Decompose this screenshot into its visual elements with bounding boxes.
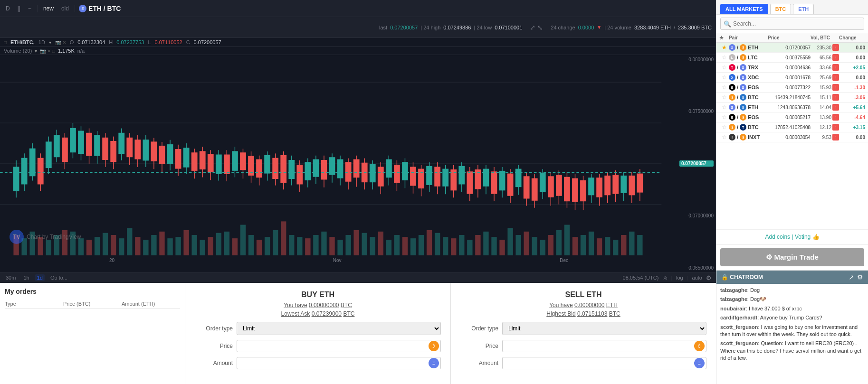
pair-cell-6: Ξ / $ ETH [729,104,768,111]
svg-rect-223 [564,177,570,201]
svg-rect-24 [175,237,181,255]
vol-badge-2: ↑ [832,64,839,71]
search-input[interactable] [720,18,864,30]
svg-rect-211 [491,172,496,194]
vol-cell-4: 15.93 ↑ [811,84,839,91]
last-price: 0.07200057 [390,25,418,30]
market-row[interactable]: ☆ T / Ξ TRX 0.00004636 33.66 ↑ +2.05 [716,63,868,73]
svg-rect-123 [370,164,375,182]
vol-badge-7: ↑ [832,114,839,121]
market-rows-container: ★ Ξ / ₿ ETH 0.07200057 235.30 ↑ 0.00 ☆ L… [716,43,868,142]
vol-cell-0: 235.30 ↑ [811,44,839,51]
svg-rect-62 [483,232,488,255]
star-button-8[interactable]: ☆ [719,124,729,131]
star-button-2[interactable]: ☆ [719,64,729,71]
timeframe-30m[interactable]: 30m [4,274,18,281]
add-coins-link[interactable]: Add coins | Voting 👍 [765,234,819,240]
star-button-3[interactable]: ☆ [719,74,729,81]
market-row[interactable]: ☆ E / Ξ EOS 0.00077322 15.93 ↑ -1.30 [716,83,868,93]
watermark-logo: TV [10,230,24,244]
svg-rect-71 [556,230,562,255]
buy-have-info: You have 0.00000000 BTC [195,302,441,309]
tab-eth[interactable]: ETH [793,4,814,14]
market-row[interactable]: ☆ L / ₿ LTC 0.00375559 65.56 ↑ 0.00 [716,53,868,63]
sell-order-type-select[interactable]: Limit Market Stop-Limit [502,322,706,335]
svg-rect-155 [111,141,116,162]
svg-rect-69 [540,240,545,255]
buy-price-input[interactable] [237,340,441,352]
low-label: | 24 low [474,25,492,30]
star-button-6[interactable]: ☆ [719,104,729,111]
chart-watermark: TV Chart by TradingView [10,230,81,244]
auto-button[interactable]: auto [692,275,702,281]
market-row[interactable]: ☆ I / ₿ INXT 0.00003054 9.53 ↑ 0.00 [716,132,868,142]
sell-amount-row: Amount Ξ [460,357,706,369]
svg-rect-79 [621,235,626,255]
star-button-1[interactable]: ☆ [719,54,729,61]
star-button-5[interactable]: ☆ [719,94,729,101]
svg-rect-143 [589,178,594,195]
star-button-7[interactable]: ☆ [719,114,729,121]
old-button[interactable]: old [59,4,71,13]
market-row[interactable]: ☆ Ξ / $ ETH 1248.80636378 14.04 ↑ +5.64 [716,103,868,112]
buy-amount-eth-icon: Ξ [429,358,439,368]
chart-timestamp: 08:05:54 (UTC) [623,275,659,281]
market-row[interactable]: ☆ E / ₿ EOS 0.00005217 13.90 ↑ -4.64 [716,112,868,122]
svg-rect-171 [208,154,213,172]
svg-rect-137 [499,171,505,190]
svg-rect-32 [240,225,246,255]
svg-rect-153 [103,138,108,159]
svg-rect-46 [353,230,359,255]
svg-rect-163 [159,146,164,164]
buy-order-type-select[interactable]: Limit Market Stop-Limit [237,322,441,335]
svg-rect-20 [143,240,148,255]
tab-btc[interactable]: BTC [770,4,792,14]
goto-button[interactable]: Go to... [48,274,69,281]
chart-settings-button[interactable]: ⚙ [706,274,712,281]
expand-btn-1[interactable]: ⤢ [530,24,535,31]
market-row[interactable]: ☆ ₿ / $ BTC 16439.21840745 15.11 ↑ -3.06 [716,93,868,103]
ohlc-pair: ETH/BTC, [10,39,35,45]
timeframe-1d[interactable]: 1d [35,274,45,281]
coin-icon-TUSD: T [740,124,746,131]
star-button-9[interactable]: ☆ [719,134,729,140]
date-dec: Dec [560,258,568,263]
timeframe-1h[interactable]: 1h [21,274,31,281]
wave-button[interactable]: ~ [26,4,33,13]
sell-amount-input[interactable] [502,357,706,369]
price-cell-9: 0.00003054 [768,135,811,140]
new-button[interactable]: new [41,4,56,13]
buy-order-type-row: Order type Limit Market Stop-Limit [195,322,441,335]
star-button-4[interactable]: ☆ [719,84,729,91]
svg-rect-83 [13,167,19,191]
chart-canvas[interactable]: 0.08000000 0.07500000 0.07200057 0.07000… [0,55,715,272]
tab-all-markets[interactable]: ALL MARKETS [720,4,768,14]
sell-price-input[interactable] [502,340,706,352]
vol-badge-5: ↑ [832,94,839,101]
orders-header: Type Price (BTC) Amount (ETH) [5,299,180,309]
coin-icon-USDC: $ [740,104,746,111]
pct-button[interactable]: % [662,275,667,281]
svg-rect-161 [151,142,156,161]
svg-rect-30 [224,232,229,255]
margin-trade-button[interactable]: ⚙ Margin Trade [720,248,864,266]
svg-rect-44 [337,240,343,255]
chat-user: scott_ferguson [720,340,758,346]
sell-order-type-label: Order type [460,325,498,332]
svg-rect-197 [394,165,400,183]
buy-amount-row: Amount Ξ [195,357,441,369]
svg-rect-35 [265,237,270,255]
buy-amount-input[interactable] [237,357,441,369]
market-row[interactable]: ☆ ₿ / T BTC 17852.41025408 12.12 ↑ +3.15 [716,122,868,132]
chatroom-settings-btn[interactable]: ⚙ [857,273,863,281]
vol-cell-8: 12.12 ↑ [811,124,839,131]
log-button[interactable]: log [676,275,683,281]
market-row[interactable]: ★ Ξ / ₿ ETH 0.07200057 235.30 ↑ 0.00 [716,43,868,53]
candle-button[interactable]: || [16,4,22,13]
svg-rect-231 [605,176,610,195]
market-row[interactable]: ☆ X / Ξ XDC 0.00001678 25.69 ↑ 0.00 [716,73,868,83]
expand-btn-2[interactable]: ⤡ [537,24,543,31]
star-button-0[interactable]: ★ [719,44,729,51]
chatroom-expand-btn[interactable]: ↗ [849,273,854,281]
d-button[interactable]: D [4,4,12,13]
